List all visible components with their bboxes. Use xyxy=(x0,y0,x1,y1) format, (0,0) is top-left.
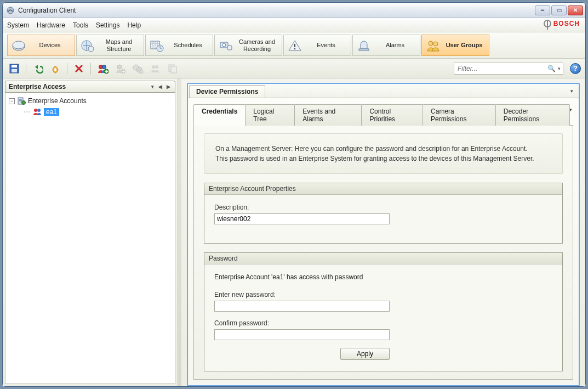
svg-point-14 xyxy=(433,42,438,46)
svg-rect-17 xyxy=(12,69,17,72)
tree-child-row[interactable]: ⋯ ea1 xyxy=(21,107,172,117)
panel-dropdown-icon[interactable]: ▾ xyxy=(570,88,573,94)
menu-system[interactable]: System xyxy=(7,21,29,29)
nav-alarms-label: Alarms xyxy=(376,42,414,48)
tree-child-label: ea1 xyxy=(44,108,59,116)
tree-root-label: Enterprise Accounts xyxy=(28,97,87,105)
confirm-password-input[interactable] xyxy=(214,329,390,340)
nav-devices[interactable]: Devices xyxy=(7,35,75,56)
minimize-button[interactable]: ━ xyxy=(535,5,550,15)
filter-box[interactable]: 🔍 ▾ xyxy=(454,63,563,75)
tab-decoder-permissions[interactable]: Decoder Permissions xyxy=(495,104,570,126)
nav-maps-label: Maps and Structure xyxy=(100,38,138,52)
tab-credentials[interactable]: Credentials xyxy=(193,104,246,126)
alarms-icon xyxy=(356,38,372,53)
svg-point-28 xyxy=(155,65,158,69)
nav-alarms[interactable]: Alarms xyxy=(352,35,420,56)
tab-logical-tree[interactable]: Logical Tree xyxy=(245,104,295,126)
undo-button[interactable] xyxy=(31,61,45,76)
tab-control-priorities[interactable]: Control Priorities xyxy=(361,104,423,126)
pane-prev-icon[interactable]: ◀ xyxy=(157,84,163,89)
add-dualauth-button[interactable] xyxy=(130,61,145,76)
filter-dropdown-icon[interactable]: ▾ xyxy=(558,66,561,71)
nav-cameras-label: Cameras and Recording xyxy=(238,38,276,52)
group-account-properties: Enterprise Account Properties Descriptio… xyxy=(204,183,563,244)
pane-next-icon[interactable]: ▶ xyxy=(165,84,172,89)
nav-events[interactable]: Events xyxy=(283,35,351,56)
copy-button[interactable] xyxy=(165,61,180,76)
filter-input[interactable] xyxy=(456,64,545,73)
brand-logo: BOSCH xyxy=(544,20,580,27)
tree-view[interactable]: − Enterprise Accounts ⋯ ea1 xyxy=(5,93,175,384)
menu-hardware[interactable]: Hardware xyxy=(37,21,65,29)
nav-maps[interactable]: Maps and Structure xyxy=(76,35,144,56)
close-button[interactable]: ✕ xyxy=(568,5,583,15)
access-status-text: Enterprise Account 'ea1' has access with… xyxy=(214,273,552,281)
svg-point-13 xyxy=(429,41,433,46)
save-button[interactable] xyxy=(7,61,21,76)
menu-help[interactable]: Help xyxy=(127,21,141,29)
main-pane: Device Permissions ▾ Credentials Logical… xyxy=(181,78,585,386)
apply-button[interactable]: Apply xyxy=(340,348,390,360)
new-password-input[interactable] xyxy=(214,301,390,312)
svg-point-8 xyxy=(222,43,226,47)
nav-events-label: Events xyxy=(307,42,345,48)
add-user-button[interactable] xyxy=(113,61,127,76)
tab-content: On a Management Server: Here you can con… xyxy=(193,126,573,380)
device-permissions-panel: Device Permissions ▾ Credentials Logical… xyxy=(187,83,580,386)
add-usergroup-button[interactable] xyxy=(95,61,110,76)
brand-ring-icon xyxy=(544,20,551,27)
nav-schedules[interactable]: Schedules xyxy=(145,35,213,56)
tab-camera-permissions[interactable]: Camera Permissions xyxy=(423,104,496,126)
field-description: Description: xyxy=(214,204,552,224)
add-logonpair-button[interactable] xyxy=(148,61,162,76)
maps-icon xyxy=(80,38,95,53)
tree-root-row[interactable]: − Enterprise Accounts xyxy=(9,96,172,106)
svg-rect-32 xyxy=(19,99,22,100)
svg-rect-16 xyxy=(12,65,17,67)
window-buttons: ━ ▭ ✕ xyxy=(535,5,583,15)
nav-usergroups[interactable]: User Groups xyxy=(421,35,489,56)
separator xyxy=(90,63,91,75)
side-pane-title: Enterprise Access xyxy=(9,83,66,91)
new-password-label: Enter new password: xyxy=(214,291,552,298)
usergroups-icon xyxy=(425,38,441,53)
app-window: Configuration Client ━ ▭ ✕ System Hardwa… xyxy=(2,2,586,387)
help-button[interactable]: ? xyxy=(570,63,581,74)
nav-cameras[interactable]: Cameras and Recording xyxy=(214,35,282,56)
svg-point-27 xyxy=(152,65,155,69)
app-icon xyxy=(6,6,15,15)
separator xyxy=(67,63,67,75)
maximize-button[interactable]: ▭ xyxy=(551,5,567,15)
svg-point-0 xyxy=(7,7,14,14)
server-icon xyxy=(17,97,26,105)
menu-bar: System Hardware Tools Settings Help BOSC… xyxy=(3,18,585,32)
confirm-password-label: Confirm password: xyxy=(214,319,552,327)
menu-tools[interactable]: Tools xyxy=(73,21,88,29)
info-line-2: This password is used in an Enterprise S… xyxy=(215,154,551,164)
panel-header: Device Permissions ▾ xyxy=(188,84,579,98)
wizard-nav: Devices Maps and Structure Schedules Cam… xyxy=(3,32,585,59)
search-icon[interactable]: 🔍 xyxy=(547,65,556,72)
schedules-icon xyxy=(149,38,164,53)
pane-dropdown-icon[interactable]: ▾ xyxy=(150,84,155,89)
devices-icon xyxy=(11,38,26,53)
svg-point-34 xyxy=(22,101,26,105)
cameras-icon xyxy=(218,38,233,53)
panel-title-tab[interactable]: Device Permissions xyxy=(189,85,265,98)
delete-button[interactable] xyxy=(72,61,86,76)
svg-point-22 xyxy=(117,65,122,69)
menu-settings[interactable]: Settings xyxy=(96,21,119,29)
separator xyxy=(26,63,26,75)
svg-point-11 xyxy=(294,48,295,49)
description-input[interactable] xyxy=(214,213,390,224)
tab-strip: Credentials Logical Tree Events and Alar… xyxy=(193,104,573,126)
svg-point-35 xyxy=(34,109,37,112)
title-bar: Configuration Client ━ ▭ ✕ xyxy=(3,3,585,18)
info-line-1: On a Management Server: Here you can con… xyxy=(215,144,551,154)
collapse-icon[interactable]: − xyxy=(9,98,15,104)
account-icon xyxy=(33,108,42,116)
activate-button[interactable] xyxy=(48,61,62,76)
tab-events-alarms[interactable]: Events and Alarms xyxy=(294,104,362,126)
svg-rect-9 xyxy=(227,46,232,50)
